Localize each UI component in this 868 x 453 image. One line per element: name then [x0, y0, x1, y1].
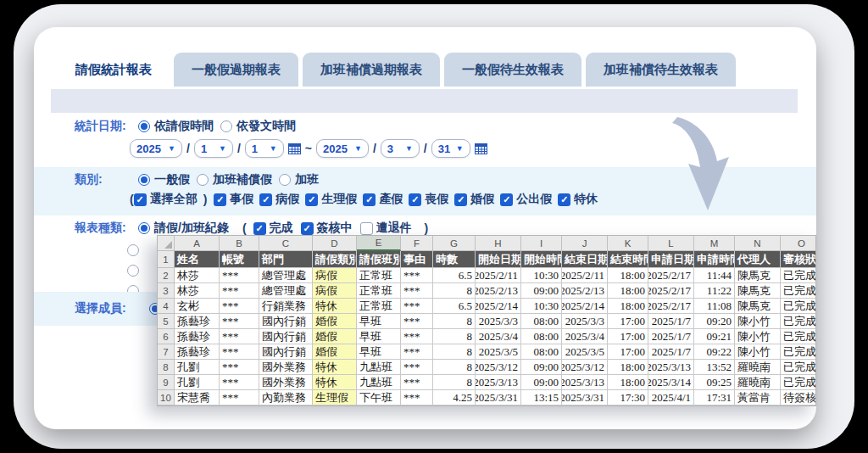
column-letter-K[interactable]: K [608, 236, 648, 251]
tab-5[interactable]: 加班補償待生效報表 [586, 53, 736, 87]
cell-J7[interactable]: 2025/3/5 [562, 344, 608, 360]
cell-G2[interactable]: 6.5 [433, 268, 476, 283]
cell-C5[interactable]: 國內行銷 [259, 314, 313, 329]
cell-B10[interactable]: *** [220, 390, 259, 405]
header-cell-I[interactable]: 開始時間 [521, 251, 562, 268]
cell-M7[interactable]: 09:22 [694, 344, 735, 360]
cell-D8[interactable]: 特休 [313, 360, 357, 375]
stat-date-option-2[interactable]: 依發文時間 [220, 119, 296, 134]
cell-F9[interactable]: *** [401, 375, 433, 390]
cell-K6[interactable]: 17:00 [608, 329, 648, 344]
cell-L6[interactable]: 2025/1/7 [648, 329, 694, 344]
leave-type-checkbox-7[interactable]: ✓公出假 [500, 192, 552, 207]
stat-date-option-1[interactable]: 依請假時間 [138, 119, 214, 134]
header-cell-N[interactable]: 代理人 [735, 251, 781, 268]
cell-A8[interactable]: 孔劉 [175, 360, 220, 375]
report-check-1[interactable]: ✓完成 [253, 221, 293, 236]
row-number-3[interactable]: 3 [158, 283, 175, 299]
tab-1[interactable]: 請假統計報表 [58, 53, 170, 87]
cell-J9[interactable]: 2025/3/13 [562, 375, 608, 390]
cell-H5[interactable]: 2025/3/3 [476, 314, 521, 329]
cell-H3[interactable]: 2025/2/13 [476, 283, 521, 299]
cell-N3[interactable]: 陳馬克 [735, 283, 781, 299]
cell-K4[interactable]: 18:00 [608, 299, 648, 314]
cell-D7[interactable]: 婚假 [313, 344, 357, 360]
to-month-select[interactable]: 3▼ [381, 139, 420, 158]
cell-E8[interactable]: 九點班 [357, 360, 401, 375]
category-option-3[interactable]: 加班 [279, 172, 319, 187]
column-letter-G[interactable]: G [433, 236, 476, 251]
cell-F5[interactable]: *** [401, 314, 433, 329]
cell-I9[interactable]: 09:00 [521, 375, 562, 390]
column-letter-M[interactable]: M [694, 236, 735, 251]
cell-J10[interactable]: 2025/3/31 [562, 390, 608, 405]
cell-O6[interactable]: 已完成 [781, 329, 816, 344]
cell-B3[interactable]: *** [220, 283, 259, 299]
leave-type-checkbox-4[interactable]: ✓產假 [363, 192, 403, 207]
cell-N10[interactable]: 黃當肯 [735, 390, 781, 405]
leave-type-checkbox-3[interactable]: ✓生理假 [305, 192, 357, 207]
cell-E5[interactable]: 早班 [357, 314, 401, 329]
cell-G7[interactable]: 8 [433, 344, 476, 360]
cell-L2[interactable]: 2025/2/17 [648, 268, 694, 283]
cell-C4[interactable]: 行銷業務 [259, 299, 313, 314]
header-cell-J[interactable]: 結束日期 [562, 251, 608, 268]
to-day-select[interactable]: 31▼ [431, 139, 470, 158]
leave-type-checkbox-1[interactable]: ✓事假 [214, 192, 253, 207]
tab-2[interactable]: 一般假過期報表 [174, 53, 298, 87]
cell-O8[interactable]: 已完成 [781, 360, 816, 375]
cell-J6[interactable]: 2025/3/4 [562, 329, 608, 344]
cell-F10[interactable]: *** [401, 390, 433, 405]
cell-E4[interactable]: 正常班 [357, 299, 401, 314]
row-number-8[interactable]: 8 [158, 360, 175, 375]
cell-M6[interactable]: 09:21 [694, 329, 735, 344]
row-number-9[interactable]: 9 [158, 375, 175, 390]
cell-M4[interactable]: 11:08 [694, 299, 735, 314]
cell-K7[interactable]: 17:00 [608, 344, 648, 360]
cell-I8[interactable]: 09:00 [521, 360, 562, 375]
cell-H8[interactable]: 2025/3/12 [476, 360, 521, 375]
from-month-select[interactable]: 1▼ [194, 139, 233, 158]
cell-N7[interactable]: 陳小竹 [735, 344, 781, 360]
cell-D9[interactable]: 特休 [313, 375, 357, 390]
cell-G5[interactable]: 8 [433, 314, 476, 329]
cell-C8[interactable]: 國外業務 [259, 360, 313, 375]
cell-J3[interactable]: 2025/2/13 [562, 283, 608, 299]
cell-N5[interactable]: 陳小竹 [735, 314, 781, 329]
cell-C2[interactable]: 總管理處 [259, 268, 313, 283]
cell-K3[interactable]: 18:00 [608, 283, 648, 299]
cell-M8[interactable]: 13:52 [694, 360, 735, 375]
cell-D3[interactable]: 病假 [313, 283, 357, 299]
radio-hidden-option-2[interactable] [127, 265, 139, 277]
cell-G8[interactable]: 8 [433, 360, 476, 375]
header-cell-D[interactable]: 請假類別 [313, 251, 357, 268]
cell-G9[interactable]: 8 [433, 375, 476, 390]
header-cell-B[interactable]: 帳號 [220, 251, 259, 268]
cell-E6[interactable]: 早班 [357, 329, 401, 344]
cell-F8[interactable]: *** [401, 360, 433, 375]
select-all-corner[interactable] [158, 236, 175, 251]
header-cell-K[interactable]: 結束時間 [608, 251, 648, 268]
cell-D4[interactable]: 特休 [313, 299, 357, 314]
header-cell-M[interactable]: 申請時間 [694, 251, 735, 268]
cell-C9[interactable]: 國外業務 [259, 375, 313, 390]
cell-O3[interactable]: 已完成 [781, 283, 816, 299]
tab-3[interactable]: 加班補償過期報表 [303, 53, 440, 87]
column-letter-F[interactable]: F [401, 236, 433, 251]
cell-H10[interactable]: 2025/3/31 [476, 390, 521, 405]
cell-E9[interactable]: 九點班 [357, 375, 401, 390]
calendar-icon[interactable] [475, 143, 487, 154]
cell-K2[interactable]: 18:00 [608, 268, 648, 283]
cell-E3[interactable]: 正常班 [357, 283, 401, 299]
leave-type-checkbox-2[interactable]: ✓病假 [259, 192, 299, 207]
cell-O2[interactable]: 已完成 [781, 268, 816, 283]
leave-type-checkbox-8[interactable]: ✓特休 [558, 192, 598, 207]
cell-F2[interactable]: *** [401, 268, 433, 283]
to-year-select[interactable]: 2025▼ [316, 139, 369, 158]
cell-M2[interactable]: 11:44 [694, 268, 735, 283]
cell-G4[interactable]: 6.5 [433, 299, 476, 314]
header-cell-C[interactable]: 部門 [259, 251, 313, 268]
report-check-3[interactable]: 遭退件 [360, 221, 412, 236]
cell-B6[interactable]: *** [220, 329, 259, 344]
cell-F7[interactable]: *** [401, 344, 433, 360]
